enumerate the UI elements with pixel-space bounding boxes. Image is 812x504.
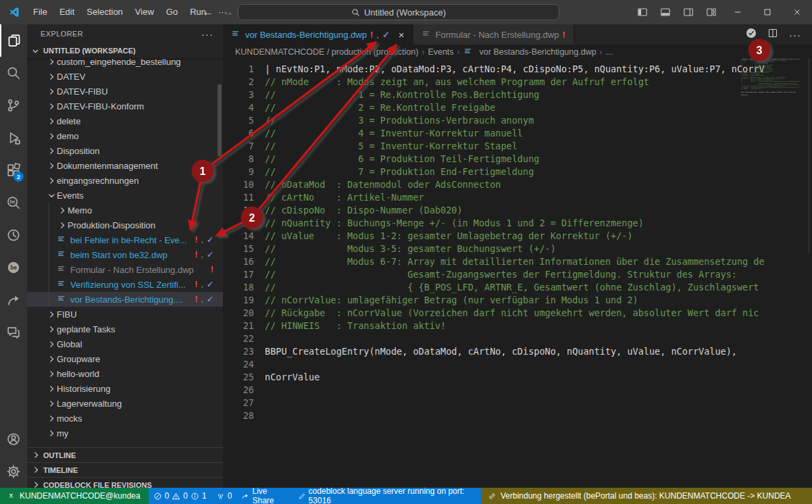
tree-file-bei-fehler-in-be-recht-eve-[interactable]: bei Fehler in be-Recht - Eve...!,✓ [27,232,223,247]
broadcast-status[interactable]: 0 [211,488,237,504]
code-line: 7// 5 = Inventur-Korrektur Stapel [223,140,812,153]
menu-go[interactable]: Go [160,7,184,17]
breadcrumb-item[interactable]: ... [606,47,613,57]
menu-file[interactable]: File [27,7,53,17]
tree-folder-lagerverwaltung[interactable]: Lagerverwaltung [27,396,223,411]
tree-folder-memo[interactable]: Memo [27,203,223,218]
line-number: 23 [223,345,254,358]
tree-item-label: Historisierung [57,384,110,394]
minimap[interactable]: 1| nEvtNo:P1, nMode:P2, oDataMod:P3, cAr… [741,58,809,119]
file-icon [57,279,68,291]
activity-comments-icon[interactable] [0,316,27,349]
activity-run-debug-icon[interactable] [0,122,27,154]
code-text: // 7 = Produktion End-Fertigmeldung [265,166,534,178]
tree-folder-eingangsrechnungen[interactable]: eingangsrechnungen [27,173,223,188]
activity-settings-icon[interactable] [0,455,27,488]
tree-folder-datev[interactable]: DATEV [27,69,223,84]
tree-folder-demo[interactable]: demo [27,128,223,143]
live-share-status[interactable]: Live Share [236,488,293,504]
tree-folder-disposition[interactable]: Disposition [27,143,223,158]
close-button[interactable] [782,0,812,24]
tree-folder-hello-world[interactable]: hello-world [27,366,223,381]
line-number: 25 [223,371,254,384]
tree-folder-historisierung[interactable]: Historisierung [27,381,223,396]
chevron-right-icon [46,398,57,409]
section-codeblock-file-revisions[interactable]: CODEBLOCK FILE REVISIONS [27,477,223,488]
menu-view[interactable]: View [129,7,160,17]
code-line: 3// 1 = Re.Kontrolle Pos.Berichtigung [223,89,812,101]
sidebar-scrollbar[interactable] [218,84,222,156]
tab-formular-nach-erstellung-dwp[interactable]: Formular - Nach Erstellung.dwp! [413,24,574,45]
tree-item-label: Global [57,339,82,349]
connection-status[interactable]: Verbindung hergestellt (bePortal und bea… [481,488,812,504]
file-icon [57,264,68,276]
tree-folder-events[interactable]: Events [27,188,223,203]
tree-folder-datev-fibu-konform[interactable]: DATEV-FIBU-Konform [27,99,223,114]
tree-folder-delete[interactable]: delete [27,114,223,128]
breadcrumb-item[interactable]: vor Bestands-Berichtigung.dwp [463,47,597,58]
line-number: 7 [223,140,254,153]
tree-file-verifizierung-von-ssl-zertifi-[interactable]: Verifizierung von SSL Zertifi...!,✓ [27,277,223,292]
activity-be-search-icon[interactable]: be [0,186,27,219]
tree-folder-geplante-tasks[interactable]: geplante Tasks [27,322,223,336]
error-badge: ! [195,250,198,259]
code-editor[interactable]: 1| nEvtNo:P1, nMode:P2, oDataMod:P3, cAr… [223,59,812,488]
line-number: 24 [223,358,254,371]
breadcrumb-separator: › [600,47,603,57]
language-server-status[interactable]: codeblock language server running on por… [293,488,481,504]
section-outline[interactable]: OUTLINE [27,447,223,462]
breadcrumb-label: Events [428,47,453,57]
tree-file-formular-nach-erstellung-dwp[interactable]: Formular - Nach Erstellung.dwp! [27,262,223,277]
code-line: 17// Gesamt-Zugangswertes der Fertigmeld… [223,268,812,281]
activity-explorer-icon[interactable] [0,24,27,57]
activity-be-icon[interactable]: be [0,251,27,284]
history-back-icon[interactable]: ← [203,6,213,18]
command-center-search[interactable]: Untitled (Workspace) [238,4,559,20]
maximize-button[interactable] [753,0,782,24]
code-line: 2// nMode : Modus zeigt an, aus welchem … [223,76,812,89]
section-timeline[interactable]: TIMELINE [27,462,223,477]
tree-folder-mocks[interactable]: mocks [27,411,223,426]
editor-more-actions-icon[interactable]: ··· [789,29,801,41]
breadcrumb-item[interactable]: Events [428,47,453,57]
problems-status[interactable]: 0 0 1 [149,488,211,504]
broadcast-count: 0 [228,491,232,501]
tree-folder-my[interactable]: my [27,426,223,440]
toggle-sidebar-icon[interactable] [637,7,648,18]
infos-icon [191,492,199,501]
breadcrumb-item[interactable]: KUNDENMATCHCODE / production (production… [235,47,418,57]
code-text: // HINWEIS : Transaktion aktiv! [265,320,446,332]
tree-folder-fibu[interactable]: FIBU [27,307,223,322]
menu-edit[interactable]: Edit [53,7,80,17]
tree-folder-dokumentenmanagement[interactable]: Dokumentenmanagement [27,158,223,173]
activity-search-icon[interactable] [0,57,27,89]
line-number: 6 [223,127,254,140]
history-forward-icon[interactable]: → [223,6,234,18]
workspace-section-header[interactable]: UNTITLED (WORKSPACE) [27,43,223,58]
toggle-secondary-sidebar-icon[interactable] [683,7,694,18]
minimize-button[interactable] [723,0,753,24]
file-decorations: !,✓ [195,235,223,245]
split-editor-icon[interactable] [767,28,778,41]
activity-extensions-icon[interactable]: 2 [0,154,27,186]
tree-folder-produktion-disposition[interactable]: Produktion-Disposition [27,218,223,232]
customize-layout-icon[interactable] [706,7,717,18]
vscode-window: FileEditSelectionViewGoRun··· ← → Untitl… [0,0,812,504]
tree-file-vor-bestands-berichtigung-[interactable]: vor Bestands-Berichtigung....!,✓ [27,292,223,307]
tab-close-icon[interactable]: × [399,29,405,41]
remote-indicator[interactable]: KUNDENMATCHCODE@kundea [0,488,149,504]
tree-folder-groupware[interactable]: Groupware [27,351,223,366]
check-circle-icon[interactable] [746,28,757,41]
activity-source-control-icon[interactable] [0,89,27,122]
activity-history-icon[interactable] [0,219,27,251]
explorer-more-actions[interactable]: ··· [201,28,213,40]
activity-account-icon[interactable] [0,423,27,455]
tree-file-beim-start-von-be32-dwp[interactable]: beim Start von be32.dwp!,✓ [27,247,223,262]
toggle-panel-icon[interactable] [660,7,671,18]
tree-folder-datev-fibu[interactable]: DATEV-FIBU [27,84,223,99]
chevron-right-icon [46,309,57,320]
menu-selection[interactable]: Selection [80,7,128,17]
tab-vor-bestands-berichtigung-dwp[interactable]: vor Bestands-Berichtigung.dwp!,✓× [223,24,413,45]
tree-folder-global[interactable]: Global [27,336,223,351]
activity-share-icon[interactable] [0,284,27,316]
